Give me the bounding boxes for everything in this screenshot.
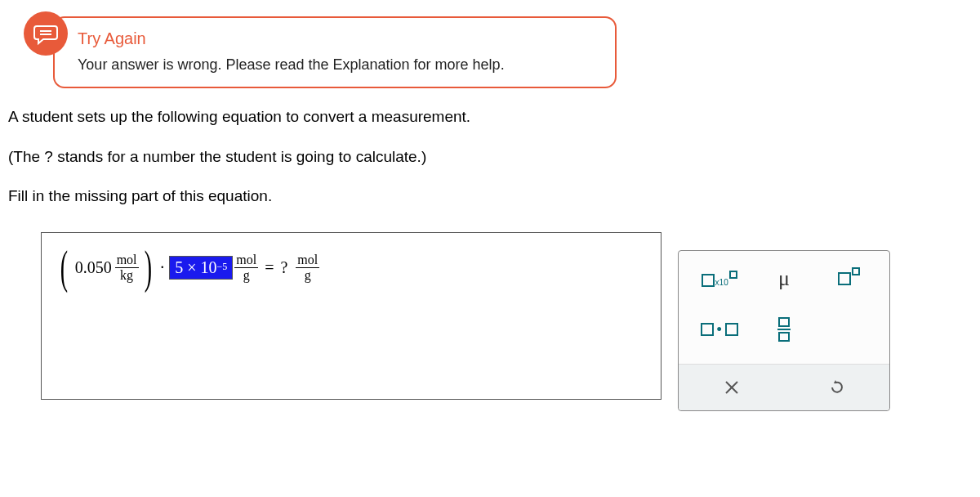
mu-button[interactable]: μ xyxy=(763,262,805,295)
equals-sign: = xyxy=(260,258,278,277)
feedback-box: Try Again Your answer is wrong. Please r… xyxy=(53,16,617,88)
small-box-icon xyxy=(852,267,860,275)
right-paren: ) xyxy=(144,249,151,286)
wrong-base: 5 × 10 xyxy=(175,258,216,277)
question-mark: ? xyxy=(280,258,287,277)
undo-icon xyxy=(828,378,846,396)
feedback-body: Your answer is wrong. Please read the Ex… xyxy=(78,56,599,74)
close-icon xyxy=(724,379,740,396)
math-toolbox: x10 μ • xyxy=(678,250,890,411)
box-icon xyxy=(778,332,790,342)
feedback-icon xyxy=(24,11,68,56)
answer-area[interactable]: ( 0.050 mol kg ) · 5 × 10 −5 mol g = ? m… xyxy=(41,232,662,400)
multiply-dot: · xyxy=(157,258,167,277)
unit-fraction-2: mol g xyxy=(234,253,258,282)
box-icon xyxy=(702,274,715,287)
multiply-dot-button[interactable]: • xyxy=(698,313,741,346)
page-container: Try Again Your answer is wrong. Please r… xyxy=(0,0,980,497)
feedback-title: Try Again xyxy=(78,29,599,48)
unit-fraction-3: mol g xyxy=(296,253,319,282)
toolbox-bottom-bar xyxy=(679,364,889,410)
wrong-exponent: −5 xyxy=(216,261,227,273)
box-icon xyxy=(725,323,738,336)
problem-line-2: (The ? stands for a number the student i… xyxy=(8,146,972,168)
small-box-icon xyxy=(729,271,737,279)
equation: ( 0.050 mol kg ) · 5 × 10 −5 mol g = ? m… xyxy=(56,249,646,286)
problem-line-1: A student sets up the following equation… xyxy=(8,106,972,128)
speech-bubble-icon xyxy=(33,20,59,47)
tool-row-1: x10 μ xyxy=(687,262,881,295)
tool-row-2: • xyxy=(687,313,881,346)
box-icon xyxy=(701,323,714,336)
left-paren: ( xyxy=(60,249,68,286)
problem-line-3: Fill in the missing part of this equatio… xyxy=(8,186,972,208)
clear-button[interactable] xyxy=(679,373,784,402)
problem-text: A student sets up the following equation… xyxy=(8,106,972,208)
superscript-button[interactable] xyxy=(827,262,870,295)
undo-button[interactable] xyxy=(784,373,889,402)
scientific-notation-button[interactable]: x10 xyxy=(698,262,741,295)
fraction-bar-icon xyxy=(777,329,791,330)
coefficient: 0.050 xyxy=(74,258,114,277)
unit-fraction-1: mol kg xyxy=(115,253,139,282)
box-icon xyxy=(838,272,851,285)
fraction-button[interactable] xyxy=(763,313,805,346)
box-icon xyxy=(778,317,790,327)
student-answer-highlight[interactable]: 5 × 10 −5 xyxy=(169,256,233,280)
